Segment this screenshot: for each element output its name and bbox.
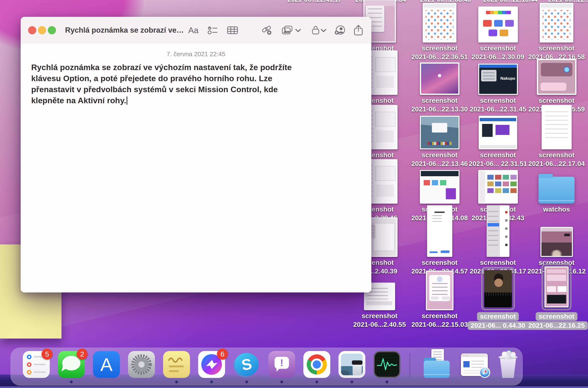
icon-label: watchos: [543, 205, 570, 214]
minimized-window-thumbnail: [461, 353, 488, 376]
dock-item-app-store[interactable]: A: [93, 351, 120, 378]
notes-icon: [163, 351, 190, 378]
dock-item-chrome[interactable]: [303, 351, 330, 378]
photo-preview-icon: [339, 351, 365, 378]
media-chevron-button[interactable]: [295, 27, 301, 34]
dock-item-skype[interactable]: S: [233, 351, 260, 378]
note-line: přenastavit v předvolbách systémů v sekc…: [31, 84, 357, 95]
desktop-folder-watchos[interactable]: watchos: [529, 163, 584, 214]
dock-item-feedback-assistant[interactable]: !: [268, 351, 295, 378]
notes-scribble: [166, 353, 188, 376]
screenshot-thumbnail: [544, 267, 568, 307]
desktop-icon-screenshot[interactable]: screenshot2021-06...22.34.17: [470, 216, 526, 276]
minimize-button[interactable]: [38, 26, 46, 34]
format-button[interactable]: Aa: [186, 23, 201, 37]
desktop-icon-screenshot[interactable]: screenshot2021-06... 22.31.51: [470, 109, 526, 168]
checklist-button[interactable]: [205, 23, 220, 37]
dock-item-system-preferences[interactable]: [128, 351, 155, 378]
icon-label: screenshot: [469, 151, 527, 159]
desktop-icon-screenshot[interactable]: screenshot2021-06...22.36.51: [412, 2, 467, 61]
thumbnail-text: Nakupo: [500, 76, 515, 81]
format-label: Aa: [188, 25, 199, 35]
note-body[interactable]: Rychlá poznámka se zobrazí ve výchozím n…: [31, 62, 357, 106]
icon-label: screenshot: [411, 44, 468, 52]
icon-label: screenshot: [528, 44, 585, 52]
running-indicator: [386, 381, 388, 383]
desktop-icon-screenshot[interactable]: screenshot2021-06...22.15.03: [412, 269, 467, 329]
dock-item-minimized-safari-window[interactable]: [461, 351, 488, 378]
icon-label: 2021-06...2.40.55: [353, 320, 406, 329]
safari-badge-icon: [479, 367, 490, 378]
screenshot-thumbnail: [484, 270, 512, 307]
desktop-icon-screenshot[interactable]: screenshot2021-06...22.17.04: [529, 109, 584, 168]
dock-item-messenger[interactable]: 6: [198, 351, 225, 378]
add-person-icon: [334, 25, 345, 36]
dock-item-notes[interactable]: [163, 351, 190, 378]
quick-note-window: Rychlá poznámka se zobrazí ve… Aa: [21, 17, 371, 292]
desktop-icon-screenshot[interactable]: screenshot2021-06...22.14.57: [412, 216, 467, 276]
icon-label: screenshot: [411, 312, 468, 320]
dock-item-activity-waveform[interactable]: [373, 351, 400, 378]
screenshot-thumbnail: [426, 271, 453, 310]
app-store-icon: A: [93, 351, 120, 378]
window-title: Rychlá poznámka se zobrazí ve…: [65, 17, 184, 44]
dock-item-trash[interactable]: [494, 351, 521, 378]
dock-item-messages[interactable]: 2: [58, 351, 85, 378]
downloads-folder-icon: [423, 351, 450, 378]
icon-label: screenshot: [477, 312, 519, 321]
icon-label: screenshot: [470, 96, 526, 105]
running-indicator: [281, 381, 283, 383]
desktop-icon-screenshot[interactable]: Nakupo screenshot2021-06...22.31.45: [470, 54, 526, 114]
running-indicator: [245, 381, 248, 383]
notification-badge: 6: [217, 349, 228, 360]
share-button[interactable]: [351, 23, 366, 37]
desktop-icon-screenshot[interactable]: screenshot2021-06...22.15.59: [529, 54, 584, 114]
desktop-icon-screenshot[interactable]: screenshot2021-06...22.16.58: [529, 2, 584, 61]
close-button[interactable]: [28, 26, 36, 34]
dock-item-reminders[interactable]: 5: [23, 351, 50, 378]
running-indicator: [175, 381, 178, 383]
desktop-icon-screenshot[interactable]: screenshot2021-06...2.30.09: [470, 2, 526, 61]
add-link-button[interactable]: [259, 23, 274, 37]
share-icon: [354, 25, 363, 36]
icon-label: screenshot: [528, 96, 585, 105]
dock-item-photo-preview[interactable]: [339, 351, 365, 378]
table-icon: [227, 26, 238, 35]
icon-label: screenshot: [411, 151, 468, 159]
desktop-icon-screenshot[interactable]: screenshot2021-06...22.13.30: [412, 54, 467, 114]
note-content[interactable]: 7. června 2021 22:45 Rychlá poznámka se …: [21, 44, 371, 292]
dock-item-downloads-folder[interactable]: [423, 351, 450, 378]
desktop-icon-screenshot-selected[interactable]: screenshot2021-06...22.16.25: [529, 269, 584, 330]
icon-label: screenshot: [471, 44, 524, 52]
note-line: klávesu Option, a poté přejedete do prav…: [31, 73, 357, 84]
zoom-button[interactable]: [48, 26, 56, 34]
lock-chevron-button[interactable]: [320, 27, 327, 34]
desktop-icon-screenshot-selected[interactable]: screenshot2021-06... 0.44.30: [470, 269, 526, 330]
system-preferences-icon: [128, 351, 155, 378]
skype-icon: S: [233, 351, 260, 378]
feedback-assistant-icon: !: [268, 351, 295, 378]
screenshot-thumbnail: [423, 3, 456, 43]
icon-label: screenshot: [528, 151, 585, 159]
media-button[interactable]: [281, 23, 294, 37]
table-button[interactable]: [225, 23, 240, 37]
screenshot-thumbnail: Nakupo: [478, 64, 518, 95]
chevron-down-icon: [295, 29, 301, 32]
screenshot-thumbnail: [487, 205, 510, 257]
icon-label: 2021-06...22.15.03: [411, 320, 468, 329]
chrome-icon: [303, 351, 330, 378]
running-indicator: [210, 381, 213, 383]
collaborate-button[interactable]: [332, 23, 347, 37]
note-line: Rychlá poznámka se zobrazí ve výchozím n…: [31, 62, 357, 73]
cut-file-label[interactable]: 2021-06...22.41.17: [281, 0, 348, 3]
icon-label: 2021-06...22.16.25: [525, 321, 588, 330]
notification-badge: 5: [42, 349, 53, 360]
checklist-icon: [208, 26, 218, 35]
notification-badge: 2: [77, 349, 88, 360]
running-indicator: [316, 381, 318, 383]
screenshot-thumbnail: [420, 62, 460, 95]
note-line: klepněte na Aktivní rohy.: [31, 96, 126, 105]
screenshot-thumbnail: [542, 105, 572, 149]
window-titlebar[interactable]: Rychlá poznámka se zobrazí ve… Aa: [21, 17, 371, 44]
desktop-icon-screenshot[interactable]: screenshot2021-06...22.13.46: [412, 109, 467, 168]
